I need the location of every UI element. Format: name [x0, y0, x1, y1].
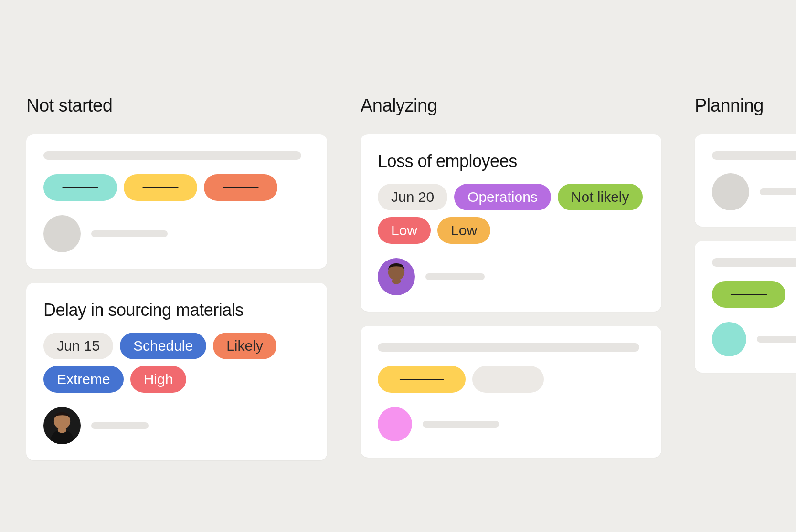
card-tags: [43, 174, 310, 201]
column-title: Not started: [26, 95, 327, 116]
card-title-placeholder: [712, 258, 796, 267]
kanban-card[interactable]: Delay in sourcing materialsJun 15Schedul…: [26, 283, 327, 460]
svg-point-5: [392, 278, 401, 284]
assignee-avatar[interactable]: [43, 215, 81, 252]
column-title: Analyzing: [361, 95, 661, 116]
kanban-card[interactable]: [695, 134, 796, 227]
assignee-meta-placeholder: [91, 230, 168, 237]
tag[interactable]: Low: [437, 217, 490, 244]
tag[interactable]: Jun 15: [43, 333, 113, 359]
card-tags: Jun 20OperationsNot likelyLowLow: [378, 184, 644, 244]
tag-placeholder: [124, 174, 197, 201]
kanban-column: AnalyzingLoss of employeesJun 20Operatio…: [361, 95, 661, 475]
card-tags: [712, 281, 796, 308]
assignee-row: [43, 407, 310, 444]
assignee-row: [712, 173, 796, 210]
card-title-placeholder: [378, 343, 639, 352]
assignee-row: [43, 215, 310, 252]
card-title: Delay in sourcing materials: [43, 300, 310, 320]
tag[interactable]: Likely: [213, 333, 276, 359]
card-title: Loss of employees: [378, 151, 644, 171]
tag-placeholder: [378, 366, 466, 393]
tag[interactable]: High: [130, 366, 187, 393]
assignee-meta-placeholder: [425, 273, 485, 280]
kanban-card[interactable]: Loss of employeesJun 20OperationsNot lik…: [361, 134, 661, 312]
tag[interactable]: Extreme: [43, 366, 124, 393]
assignee-meta-placeholder: [760, 188, 796, 195]
assignee-row: [712, 322, 796, 356]
assignee-meta-placeholder: [91, 422, 149, 429]
assignee-avatar[interactable]: [43, 407, 81, 444]
kanban-column: Not startedDelay in sourcing materialsJu…: [26, 95, 327, 475]
tag-placeholder: [712, 281, 785, 308]
card-tags: Jun 15ScheduleLikelyExtremeHigh: [43, 333, 310, 393]
card-title-placeholder: [43, 151, 301, 160]
assignee-avatar[interactable]: [378, 407, 412, 441]
tag-placeholder: [472, 366, 544, 393]
assignee-meta-placeholder: [757, 336, 796, 343]
svg-point-2: [58, 427, 67, 433]
card-title-placeholder: [712, 151, 796, 160]
tag[interactable]: Not likely: [558, 184, 643, 210]
assignee-avatar[interactable]: [712, 322, 746, 356]
tag[interactable]: Schedule: [120, 333, 206, 359]
assignee-meta-placeholder: [423, 421, 499, 428]
tag[interactable]: Jun 20: [378, 184, 447, 210]
column-title: Planning: [695, 95, 796, 116]
assignee-row: [378, 407, 644, 441]
tag-placeholder: [204, 174, 277, 201]
tag[interactable]: Operations: [454, 184, 551, 210]
assignee-avatar[interactable]: [712, 173, 749, 210]
kanban-card[interactable]: [361, 326, 661, 458]
tag-placeholder: [43, 174, 117, 201]
assignee-avatar[interactable]: [378, 258, 415, 295]
assignee-row: [378, 258, 644, 295]
tag[interactable]: Low: [378, 217, 431, 244]
kanban-card[interactable]: [695, 241, 796, 373]
kanban-column: Planning: [695, 95, 796, 475]
card-tags: [378, 366, 644, 393]
kanban-card[interactable]: [26, 134, 327, 269]
